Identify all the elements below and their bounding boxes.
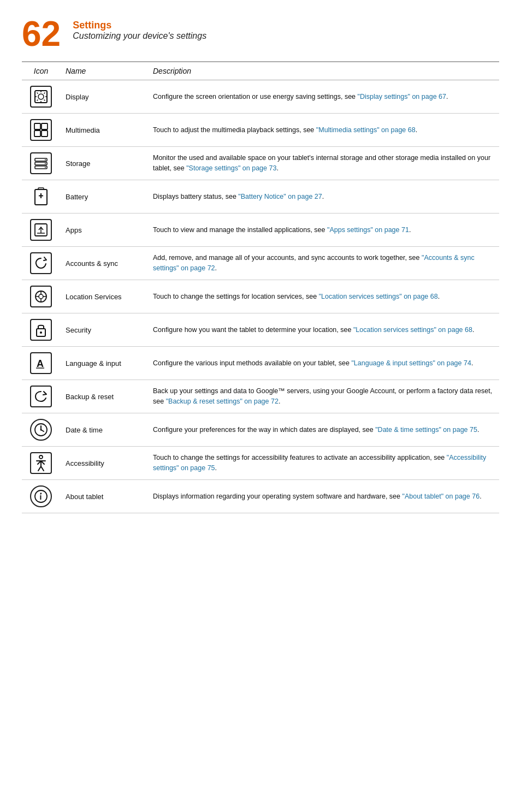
desc-cell-apps: Touch to view and manage the installed a… [147, 214, 499, 247]
desc-cell-battery: Displays battery status, see "Battery No… [147, 180, 499, 214]
desc-cell-storage: Monitor the used and available space on … [147, 147, 499, 180]
description-link[interactable]: "Display settings" on page 67 [358, 93, 446, 100]
page-number: 62 [22, 16, 61, 51]
description-link[interactable]: "Date & time settings" on page 75 [375, 426, 477, 434]
multimedia-icon [30, 119, 52, 141]
svg-point-17 [45, 159, 46, 161]
table-row: Location ServicesTouch to change the set… [22, 280, 499, 313]
description-link[interactable]: "Multimedia settings" on page 68 [316, 126, 416, 134]
svg-rect-0 [35, 91, 47, 103]
location-icon [30, 286, 52, 307]
icon-cell-battery [22, 180, 60, 214]
description-link[interactable]: "Language & input settings" on page 74 [351, 359, 471, 367]
svg-rect-13 [42, 131, 48, 137]
desc-cell-security: Configure how you want the tablet to det… [147, 313, 499, 347]
desc-cell-accessibility: Touch to change the settings for accessi… [147, 447, 499, 480]
page-header: 62 Settings Customizing your device's se… [22, 16, 499, 51]
icon-cell-backup [22, 380, 60, 413]
table-header-row: Icon Name Description [22, 62, 499, 80]
name-cell-accessibility: Accessibility [60, 447, 147, 480]
accessibility-icon [30, 452, 52, 474]
language-icon: A [30, 352, 52, 374]
desc-cell-accounts: Add, remove, and manage all of your acco… [147, 247, 499, 280]
icon-cell-display [22, 80, 60, 114]
col-icon: Icon [22, 62, 60, 80]
col-description: Description [147, 62, 499, 80]
icon-cell-apps [22, 214, 60, 247]
icon-cell-about: i [22, 480, 60, 513]
settings-table: Icon Name Description DisplayConfigure t… [22, 62, 499, 513]
table-row: Date & timeConfigure your preferences fo… [22, 413, 499, 447]
description-link[interactable]: "Accounts & sync settings" on page 72 [153, 254, 475, 272]
accounts-icon [30, 252, 52, 274]
description-link[interactable]: "Accessibility settings" on page 75 [153, 454, 486, 472]
svg-point-41 [39, 455, 43, 459]
name-cell-location: Location Services [60, 280, 147, 313]
name-cell-battery: Battery [60, 180, 147, 214]
header-text: Settings Customizing your device's setti… [73, 16, 206, 41]
desc-cell-display: Configure the screen orientation or use … [147, 80, 499, 114]
name-cell-multimedia: Multimedia [60, 114, 147, 147]
desc-cell-multimedia: Touch to adjust the multimedia playback … [147, 114, 499, 147]
svg-rect-11 [42, 123, 48, 129]
table-row: DisplayConfigure the screen orientation … [22, 80, 499, 114]
name-cell-backup: Backup & reset [60, 380, 147, 413]
storage-icon [30, 152, 52, 174]
name-cell-security: Security [60, 313, 147, 347]
page-title: Settings [73, 20, 206, 31]
description-link[interactable]: "About tablet" on page 76 [402, 493, 479, 500]
name-cell-language: Language & input [60, 347, 147, 380]
description-link[interactable]: "Location services settings" on page 68 [319, 293, 438, 300]
table-row: StorageMonitor the used and available sp… [22, 147, 499, 180]
security-icon [30, 319, 52, 341]
svg-text:A: A [37, 358, 44, 369]
desc-cell-datetime: Configure your preferences for the way i… [147, 413, 499, 447]
svg-point-18 [45, 163, 46, 164]
icon-cell-language: A [22, 347, 60, 380]
icon-cell-datetime [22, 413, 60, 447]
name-cell-datetime: Date & time [60, 413, 147, 447]
desc-cell-location: Touch to change the settings for locatio… [147, 280, 499, 313]
name-cell-display: Display [60, 80, 147, 114]
backup-icon [30, 386, 52, 407]
svg-point-40 [40, 429, 42, 431]
desc-cell-language: Configure the various input methods avai… [147, 347, 499, 380]
icon-cell-location [22, 280, 60, 313]
icon-cell-multimedia [22, 114, 60, 147]
description-link[interactable]: "Location services settings" on page 68 [353, 326, 472, 334]
svg-point-44 [40, 493, 42, 494]
display-icon [30, 86, 52, 108]
svg-point-34 [40, 331, 42, 334]
table-row: AppsTouch to view and manage the install… [22, 214, 499, 247]
table-row: A Language & inputConfigure the various … [22, 347, 499, 380]
table-row: i About tabletDisplays information regar… [22, 480, 499, 513]
desc-cell-backup: Back up your settings and data to Google… [147, 380, 499, 413]
battery-icon [30, 186, 52, 208]
col-name: Name [60, 62, 147, 80]
description-link[interactable]: "Backup & reset settings" on page 72 [166, 398, 279, 405]
apps-icon [30, 219, 52, 241]
name-cell-accounts: Accounts & sync [60, 247, 147, 280]
table-row: AccessibilityTouch to change the setting… [22, 447, 499, 480]
description-link[interactable]: "Battery Notice" on page 27 [238, 193, 322, 200]
name-cell-about: About tablet [60, 480, 147, 513]
svg-rect-12 [34, 131, 40, 137]
page-subtitle: Customizing your device's settings [73, 31, 206, 41]
table-row: Backup & resetBack up your settings and … [22, 380, 499, 413]
name-cell-apps: Apps [60, 214, 147, 247]
icon-cell-accessibility [22, 447, 60, 480]
description-link[interactable]: "Apps settings" on page 71 [327, 226, 409, 234]
desc-cell-about: Displays information regarding your oper… [147, 480, 499, 513]
table-row: MultimediaTouch to adjust the multimedia… [22, 114, 499, 147]
icon-cell-accounts [22, 247, 60, 280]
svg-point-19 [45, 167, 46, 168]
about-icon: i [30, 485, 52, 507]
table-row: BatteryDisplays battery status, see "Bat… [22, 180, 499, 214]
description-link[interactable]: "Storage settings" on page 73 [186, 164, 276, 172]
name-cell-storage: Storage [60, 147, 147, 180]
datetime-icon [30, 419, 52, 441]
icon-cell-storage [22, 147, 60, 180]
table-row: SecurityConfigure how you want the table… [22, 313, 499, 347]
icon-cell-security [22, 313, 60, 347]
table-row: Accounts & syncAdd, remove, and manage a… [22, 247, 499, 280]
